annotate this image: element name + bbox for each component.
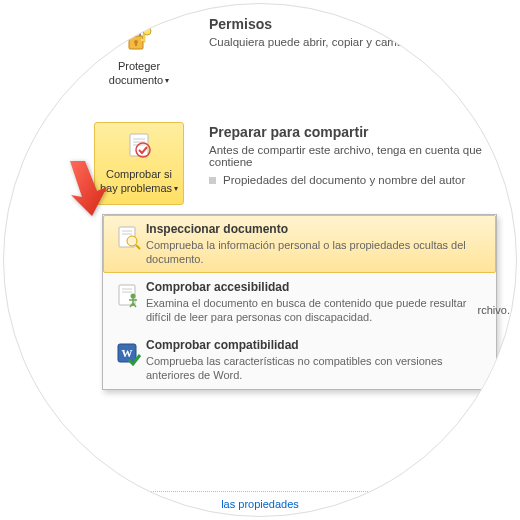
compatibility-desc: Comprueba las características no compati… [146, 354, 487, 382]
permisos-title: Permisos [209, 16, 517, 32]
document-check-icon [98, 128, 180, 164]
accessibility-icon [112, 280, 146, 324]
svg-rect-4 [143, 34, 145, 42]
chevron-down-icon: ▾ [165, 74, 169, 88]
truncated-text: rchivo. [478, 304, 510, 316]
accessibility-title: Comprobar accesibilidad [146, 280, 487, 294]
preparar-bullet: Propiedades del documento y nombre del a… [209, 174, 517, 186]
svg-point-19 [131, 294, 136, 299]
menu-item-compatibility[interactable]: W Comprobar compatibilidad Comprueba las… [103, 331, 496, 389]
svg-text:W: W [122, 347, 133, 359]
accessibility-desc: Examina el documento en busca de conteni… [146, 296, 487, 324]
footer-link[interactable]: las propiedades [221, 498, 299, 510]
footer-divider [4, 491, 516, 492]
compatibility-icon: W [112, 338, 146, 382]
comprobar-label-1: Comprobar si [106, 168, 172, 180]
preparar-title: Preparar para compartir [209, 124, 517, 140]
compatibility-title: Comprobar compatibilidad [146, 338, 487, 352]
menu-item-inspect[interactable]: Inspeccionar documento Comprueba la info… [103, 215, 496, 273]
proteger-label-2: documento [109, 74, 163, 86]
permisos-subtitle: Cualquiera puede abrir, copiar y cambiar [209, 36, 517, 48]
inspect-desc: Comprueba la información personal o las … [146, 238, 487, 266]
proteger-documento-button[interactable]: Proteger documento▾ [94, 14, 184, 97]
preparar-subtitle: Antes de compartir este archivo, tenga e… [209, 144, 517, 168]
bullet-icon [209, 177, 216, 184]
chevron-down-icon: ▾ [174, 182, 178, 196]
svg-line-15 [136, 245, 140, 249]
menu-item-accessibility[interactable]: Comprobar accesibilidad Examina el docum… [103, 273, 496, 331]
svg-rect-5 [141, 39, 143, 41]
permisos-section: Proteger documento▾ Permisos Cualquiera … [94, 14, 517, 97]
svg-point-14 [127, 236, 137, 246]
comprobar-label-2: hay problemas [100, 182, 172, 194]
proteger-label-1: Proteger [118, 60, 160, 72]
preparar-section: Comprobar si hay problemas▾ Preparar par… [94, 122, 517, 205]
svg-rect-2 [135, 43, 137, 46]
svg-marker-22 [70, 161, 107, 216]
inspect-icon [112, 222, 146, 266]
inspect-title: Inspeccionar documento [146, 222, 487, 236]
lock-key-icon [98, 20, 180, 56]
check-problems-menu: Inspeccionar documento Comprueba la info… [102, 214, 497, 390]
